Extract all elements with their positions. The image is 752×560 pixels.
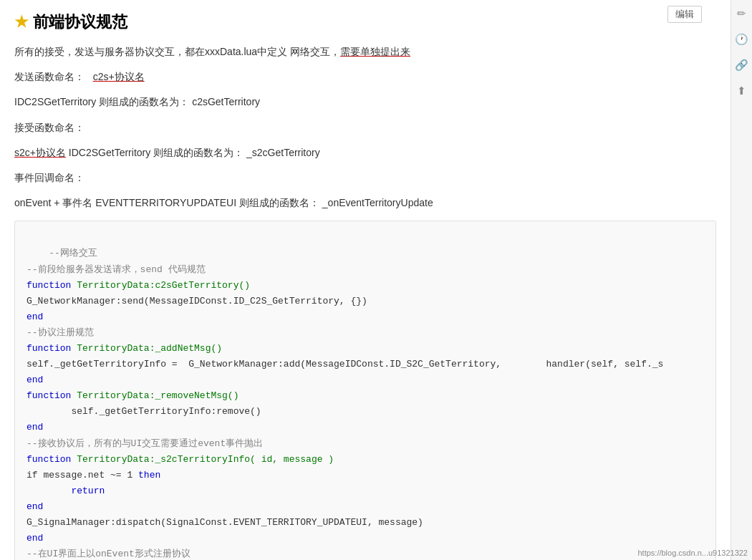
s2c-underlined: s2c+协议名 bbox=[14, 147, 66, 158]
code-comment-1: --网络交互 bbox=[49, 248, 97, 259]
send-label-line: 发送函数命名： c2s+协议名 bbox=[14, 68, 716, 86]
send-value: c2s+协议名 bbox=[93, 71, 145, 82]
s2c-line: s2c+协议名 IDC2SGetTerritory 则组成的函数名为： _s2c… bbox=[14, 144, 716, 162]
code-end-1: end bbox=[26, 312, 43, 322]
code-comment-5: --在UI界面上以onEvent形式注册协议 bbox=[26, 549, 191, 559]
code-line-3: self._getGetTerritoryInfo:remove() bbox=[26, 406, 261, 417]
code-comment-2: --前段给服务器发送请求，send 代码规范 bbox=[26, 264, 206, 275]
code-end-3: end bbox=[26, 422, 43, 433]
code-kw-1: function bbox=[26, 280, 71, 291]
up-icon[interactable]: ⬆ bbox=[734, 83, 750, 99]
code-line-5: G_SignalManager:dispatch(SignalConst.EVE… bbox=[26, 517, 423, 528]
code-comment-4: --接收协议后，所有的与UI交互需要通过event事件抛出 bbox=[26, 438, 263, 449]
intro-underlined: 需要单独提出来 bbox=[340, 46, 410, 57]
code-kw-4: function bbox=[26, 454, 71, 465]
code-func-1: TerritoryData:c2sGetTerritory() bbox=[71, 280, 250, 291]
edit-button[interactable]: 编辑 bbox=[667, 6, 702, 23]
page-title: ★前端协议规范 bbox=[14, 11, 716, 33]
bottom-url: https://blog.csdn.n...u91321322 bbox=[637, 549, 748, 557]
receive-label-line: 接受函数命名： bbox=[14, 119, 716, 137]
code-then: then bbox=[138, 470, 160, 481]
code-func-3: TerritoryData:_removeNetMsg() bbox=[71, 390, 238, 401]
code-kw-3: function bbox=[26, 390, 71, 401]
intro-text: 所有的接受，发送与服务器协议交互，都在xxxData.lua中定义 网络交互， bbox=[14, 46, 340, 57]
main-content: 编辑 ★前端协议规范 所有的接受，发送与服务器协议交互，都在xxxData.lu… bbox=[0, 0, 731, 560]
event-line: onEvent + 事件名 EVENTTERRITORYUPDATEUI 则组成… bbox=[14, 194, 716, 212]
code-comment-3: --协议注册规范 bbox=[26, 327, 94, 338]
s2c-rest: IDC2SGetTerritory 则组成的函数名为： _s2cGetTerri… bbox=[69, 147, 320, 158]
code-kw-2: function bbox=[26, 343, 71, 354]
sidebar: ✏ 🕐 🔗 ⬆ bbox=[731, 0, 752, 560]
code-return: return bbox=[71, 486, 105, 496]
idc2s-line: IDC2SGetTerritory 则组成的函数名为： c2sGetTerrit… bbox=[14, 93, 716, 111]
link-icon[interactable]: 🔗 bbox=[734, 57, 750, 73]
send-label: 发送函数命名： bbox=[14, 71, 85, 82]
code-line-2: self._getGetTerritoryInfo = G_NetworkMan… bbox=[26, 359, 663, 370]
clock-icon[interactable]: 🕐 bbox=[734, 32, 750, 47]
code-line-1: G_NetworkManager:send(MessageIDConst.ID_… bbox=[26, 296, 367, 306]
code-block: --网络交互 --前段给服务器发送请求，send 代码规范 function T… bbox=[14, 221, 716, 560]
intro-line1: 所有的接受，发送与服务器协议交互，都在xxxData.lua中定义 网络交互，需… bbox=[14, 43, 716, 61]
code-func-4: TerritoryData:_s2cTerritoryInfo( id, mes… bbox=[71, 454, 334, 465]
code-end-4: end bbox=[26, 501, 43, 512]
edit-icon[interactable]: ✏ bbox=[734, 6, 750, 21]
event-label-line: 事件回调命名： bbox=[14, 169, 716, 187]
code-indent-1 bbox=[26, 486, 71, 496]
code-end-2: end bbox=[26, 375, 43, 385]
code-end-5: end bbox=[26, 533, 43, 544]
star-icon: ★ bbox=[14, 13, 29, 31]
code-line-4: if message.net ~= 1 bbox=[26, 470, 138, 481]
code-func-2: TerritoryData:_addNetMsg() bbox=[71, 343, 222, 354]
